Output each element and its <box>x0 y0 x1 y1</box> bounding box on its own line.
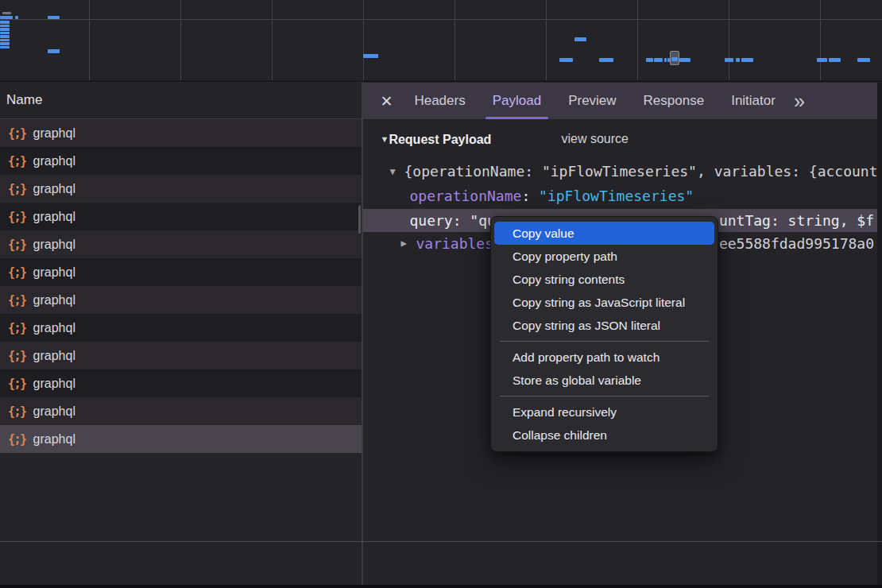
json-request-icon: {;} <box>8 432 26 447</box>
network-activity-bar <box>599 58 613 62</box>
network-request-row[interactable]: {;}graphql <box>0 230 362 258</box>
window-right-edge <box>877 83 882 585</box>
network-request-row[interactable]: {;}graphql <box>0 369 362 397</box>
table-footer-divider <box>0 541 882 542</box>
property-value: "ipFlowTimeseries" <box>539 188 694 204</box>
tab-headers[interactable]: Headers <box>414 83 465 119</box>
grid-line <box>272 0 273 80</box>
grid-line <box>820 0 821 80</box>
grid-line <box>180 0 181 80</box>
json-request-icon: {;} <box>8 404 26 419</box>
network-activity-bar <box>0 16 13 19</box>
request-name-label: graphql <box>33 293 75 308</box>
request-name-label: graphql <box>33 182 75 196</box>
grid-line <box>89 0 90 80</box>
query-text-right: untTag: string, $f <box>719 209 874 232</box>
network-activity-bar <box>654 58 663 62</box>
network-activity-bar <box>829 58 841 62</box>
json-request-icon: {;} <box>8 377 26 391</box>
network-request-row[interactable]: {;}graphql <box>0 147 362 175</box>
network-activity-bar <box>48 16 60 19</box>
context-menu: Copy valueCopy property pathCopy string … <box>490 216 718 452</box>
key-colon: : <box>521 188 530 204</box>
request-name-label: graphql <box>33 432 75 447</box>
network-activity-bar <box>671 57 678 61</box>
network-activity-bar <box>2 12 11 14</box>
network-request-row[interactable]: {;}graphql <box>0 286 362 314</box>
menu-item-copy-property-path[interactable]: Copy property path <box>491 245 718 268</box>
request-name-label: graphql <box>33 238 75 252</box>
details-tab-bar: ✕ HeadersPayloadPreviewResponseInitiator… <box>363 83 882 119</box>
view-source-link[interactable]: view source <box>562 127 629 151</box>
json-request-icon: {;} <box>8 210 26 224</box>
grid-line <box>0 19 882 20</box>
network-request-row[interactable]: {;}graphql <box>0 425 362 453</box>
tree-row-operation-name[interactable]: operationName: "ipFlowTimeseries" <box>363 184 882 208</box>
variables-preview-right: ee5588fdad995178a0 <box>719 232 874 255</box>
network-activity-bar <box>725 58 733 62</box>
menu-item-copy-string-as-json-literal[interactable]: Copy string as JSON literal <box>491 314 718 337</box>
collapse-triangle-icon[interactable]: ▼ <box>390 160 396 184</box>
query-text-left: query: "qu <box>410 212 496 229</box>
json-request-icon: {;} <box>8 265 26 280</box>
network-request-row[interactable]: {;}graphql <box>0 258 362 286</box>
request-name-label: graphql <box>33 265 75 280</box>
tab-preview[interactable]: Preview <box>568 83 616 119</box>
expand-triangle-icon[interactable]: ▶ <box>401 232 407 255</box>
menu-item-expand-recursively[interactable]: Expand recursively <box>491 400 718 424</box>
request-name-label: graphql <box>33 377 75 391</box>
tab-response[interactable]: Response <box>644 83 705 119</box>
json-request-icon: {;} <box>8 182 26 196</box>
network-activity-bar <box>667 58 670 62</box>
menu-item-copy-string-contents[interactable]: Copy string contents <box>491 268 718 291</box>
menu-item-add-property-path-to-watch[interactable]: Add property path to watch <box>491 346 718 369</box>
section-collapse-icon[interactable]: ▼ <box>381 134 389 144</box>
requests-table: Name {;}graphql{;}graphql{;}graphql{;}gr… <box>0 82 362 585</box>
network-activity-bar <box>574 37 586 41</box>
tab-payload[interactable]: Payload <box>493 83 541 119</box>
request-name-label: graphql <box>33 126 75 141</box>
tab-initiator[interactable]: Initiator <box>731 83 776 119</box>
network-activity-bar <box>559 58 573 62</box>
section-title: Request Payload <box>389 133 491 146</box>
network-activity-bar <box>0 35 10 38</box>
menu-item-store-as-global-variable[interactable]: Store as global variable <box>491 369 718 392</box>
name-column-header[interactable]: Name <box>0 82 362 119</box>
network-activity-bar <box>736 58 740 62</box>
requests-scrollbar-thumb[interactable] <box>358 205 361 234</box>
window-bottom-edge <box>0 585 882 588</box>
menu-item-copy-string-as-javascript-literal[interactable]: Copy string as JavaScript literal <box>491 291 718 314</box>
grid-line <box>363 0 364 80</box>
tree-row-root-object[interactable]: ▼ {operationName: "ipFlowTimeseries", va… <box>363 160 882 184</box>
more-tabs-icon[interactable]: » <box>794 85 803 117</box>
network-request-row[interactable]: {;}graphql <box>0 175 362 203</box>
network-activity-bar <box>741 58 753 62</box>
grid-line <box>455 0 455 80</box>
menu-separator <box>500 341 709 342</box>
network-request-row[interactable]: {;}graphql <box>0 342 362 369</box>
network-activity-bar <box>0 28 10 31</box>
json-request-icon: {;} <box>8 154 26 168</box>
panel-divider[interactable] <box>362 82 363 585</box>
request-payload-section-header[interactable]: ▼Request Payload <box>381 127 492 151</box>
network-request-row[interactable]: {;}graphql <box>0 314 362 342</box>
menu-item-copy-value[interactable]: Copy value <box>494 222 714 245</box>
network-request-row[interactable]: {;}graphql <box>0 397 362 425</box>
network-activity-bar <box>679 58 691 62</box>
requests-list: {;}graphql{;}graphql{;}graphql{;}graphql… <box>0 119 362 453</box>
network-request-row[interactable]: {;}graphql <box>0 119 362 147</box>
network-request-row[interactable]: {;}graphql <box>0 203 362 230</box>
network-overview-timeline[interactable] <box>0 0 882 82</box>
grid-line <box>546 0 547 80</box>
name-column-label: Name <box>6 92 42 107</box>
request-name-label: graphql <box>33 154 75 168</box>
network-activity-bar <box>363 54 378 58</box>
menu-item-collapse-children[interactable]: Collapse children <box>491 424 718 447</box>
network-activity-bar <box>0 46 10 49</box>
close-details-icon[interactable]: ✕ <box>381 92 393 110</box>
network-activity-bar <box>646 58 653 62</box>
property-key: operationName <box>410 188 522 204</box>
grid-line <box>637 0 638 80</box>
network-activity-bar <box>857 58 870 62</box>
network-activity-bar <box>0 32 10 35</box>
